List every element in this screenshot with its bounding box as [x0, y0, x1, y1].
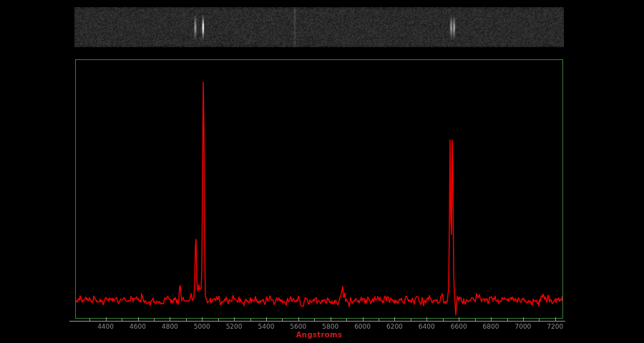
- x-minor-tick: [122, 319, 122, 321]
- spectrum-2d-strip[interactable]: [74, 7, 564, 47]
- x-tick-label: 6800: [483, 323, 499, 330]
- spectrum-1d-canvas[interactable]: [76, 60, 562, 318]
- x-tick-label: 4400: [97, 323, 114, 330]
- x-tick-label: 7200: [547, 323, 563, 330]
- x-minor-tick: [250, 319, 251, 321]
- x-minor-tick: [379, 319, 379, 321]
- spectrum-plot-frame: [75, 59, 563, 319]
- x-tick-label: 4600: [130, 323, 146, 330]
- x-tick-label: 6400: [419, 323, 435, 330]
- x-minor-tick: [186, 319, 187, 321]
- x-minor-tick: [411, 319, 411, 321]
- x-tick-label: 6600: [451, 323, 467, 330]
- x-minor-tick: [475, 319, 476, 321]
- x-axis-line: [69, 321, 565, 322]
- x-minor-tick: [282, 319, 283, 321]
- x-tick-label: 4800: [162, 323, 178, 330]
- x-axis-title: Angstroms: [75, 331, 563, 339]
- x-minor-tick: [539, 319, 540, 321]
- x-minor-tick: [314, 319, 315, 321]
- x-tick-label: 5400: [258, 323, 275, 330]
- x-tick-label: 5000: [194, 323, 210, 330]
- x-minor-tick: [346, 319, 347, 321]
- x-minor-tick: [218, 319, 219, 321]
- x-tick-label: 5800: [322, 323, 338, 330]
- x-tick-label: 5600: [290, 323, 306, 330]
- x-tick-label: 6000: [354, 323, 371, 330]
- x-minor-tick: [507, 319, 508, 321]
- x-tick-label: 7000: [514, 323, 531, 330]
- x-minor-tick: [154, 319, 155, 321]
- spectrum-viewer: 4400460048005000520054005600580060006200…: [0, 0, 644, 343]
- x-tick-label: 6200: [386, 323, 403, 330]
- x-tick-label: 5200: [226, 323, 243, 330]
- x-minor-tick: [443, 319, 444, 321]
- x-minor-tick: [89, 319, 90, 321]
